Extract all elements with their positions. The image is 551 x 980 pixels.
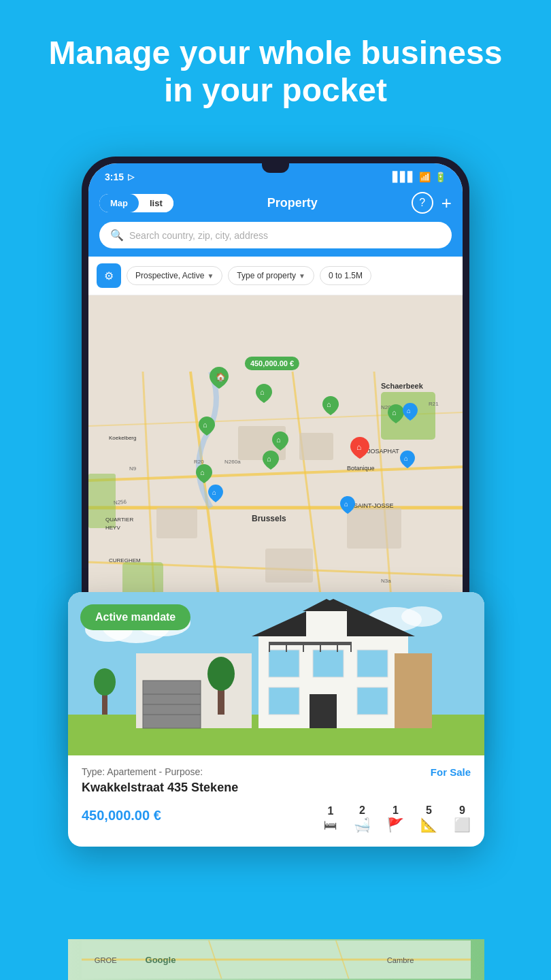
map-marker-4[interactable]: ⌂ (388, 404, 404, 426)
status-right: ▋▋▋ 📶 🔋 (393, 172, 446, 182)
price-filter-pill[interactable]: 0 to 1.5M (320, 266, 371, 285)
status-time: 3:15 (105, 172, 124, 182)
spec-flag: 1 🚩 (387, 804, 404, 833)
property-top-row: Type: Apartement - Purpose: For Sale (82, 766, 471, 778)
svg-point-80 (94, 668, 116, 696)
property-price: 450,000.00 € (82, 808, 161, 823)
search-icon: 🔍 (110, 229, 124, 242)
rooms-count: 9 (459, 804, 465, 817)
svg-rect-87 (337, 642, 338, 652)
hero-title: Manage your whole business in your pocke… (0, 0, 551, 129)
map-marker-7[interactable]: ⌂ (263, 451, 279, 472)
svg-text:⌂: ⌂ (407, 407, 411, 414)
spec-rooms: 9 ⬜ (454, 804, 471, 833)
map-marker-8[interactable]: ⌂ (196, 464, 212, 486)
add-property-button[interactable]: + (441, 193, 452, 214)
svg-rect-67 (357, 650, 388, 677)
svg-rect-11 (122, 562, 163, 596)
price-bubble: 450,000.00 € (245, 357, 299, 370)
map-marker-blue-2[interactable]: ⌂ (400, 451, 415, 471)
map-marker-blue-1[interactable]: ⌂ (403, 403, 418, 423)
svg-text:GROE: GROE (95, 956, 117, 964)
svg-text:⌂: ⌂ (267, 455, 271, 463)
filter-icon: ⚙ (104, 270, 114, 282)
location-icon: ▷ (128, 172, 134, 182)
svg-rect-15 (156, 508, 197, 538)
svg-text:⌂: ⌂ (404, 455, 408, 462)
svg-rect-69 (357, 687, 388, 715)
svg-text:SAINT-JOSSE: SAINT-JOSSE (354, 502, 394, 509)
search-placeholder: Search country, zip, city, address (129, 230, 268, 241)
map-marker-2[interactable]: ⌂ (256, 384, 272, 406)
property-type: Type: Apartement - Purpose: (82, 766, 203, 777)
beds-count: 1 (328, 805, 334, 817)
property-specs: 1 🛏 2 🛁 1 🚩 5 📐 9 ⬜ (324, 804, 471, 833)
svg-rect-65 (269, 650, 299, 677)
map-marker-red[interactable]: ⌂ (350, 437, 369, 461)
spec-baths: 2 🛁 (354, 804, 371, 833)
map-marker-1[interactable]: 🏠 (210, 367, 229, 391)
svg-text:N260a: N260a (224, 459, 241, 465)
svg-text:N9: N9 (129, 466, 137, 472)
property-address: Kwakkelstraat 435 Stekene (82, 781, 471, 795)
size-count: 5 (426, 804, 432, 817)
map-marker-blue-3[interactable]: ⌂ (208, 485, 223, 505)
map-list-toggle[interactable]: Map list (99, 194, 173, 212)
svg-rect-85 (303, 642, 304, 652)
svg-text:⌂: ⌂ (212, 489, 216, 496)
svg-text:Cambre: Cambre (387, 956, 414, 964)
svg-text:HEYV: HEYV (105, 525, 120, 531)
svg-text:⌂: ⌂ (276, 436, 281, 444)
phone-notch (262, 163, 289, 173)
property-image: Active mandate (68, 592, 484, 755)
wifi-icon: 📶 (419, 172, 431, 182)
svg-text:⌂: ⌂ (344, 500, 348, 508)
svg-text:Google: Google (145, 955, 176, 965)
svg-text:⌂: ⌂ (356, 442, 361, 452)
svg-text:⌂: ⌂ (200, 468, 205, 476)
svg-text:N3a: N3a (381, 578, 391, 584)
svg-text:Botanique: Botanique (347, 465, 375, 472)
svg-text:Brussels: Brussels (252, 514, 286, 523)
svg-rect-63 (306, 609, 347, 640)
type-filter-pill[interactable]: Type of property ▼ (228, 266, 314, 285)
help-button[interactable]: ? (412, 192, 433, 214)
filter-bar: ⚙ Prospective, Active ▼ Type of property… (88, 257, 463, 295)
svg-rect-71 (395, 653, 432, 728)
flag-count: 1 (393, 804, 399, 817)
map-marker-3[interactable]: ⌂ (322, 396, 339, 418)
outer-property-card: Active mandate Type: Apartement - Purpos… (68, 592, 484, 847)
for-sale-label: For Sale (431, 766, 471, 778)
svg-text:⌂: ⌂ (203, 421, 207, 429)
status-filter-label: Prospective, Active (135, 271, 204, 280)
svg-text:⌂: ⌂ (327, 400, 331, 408)
flag-icon: 🚩 (387, 817, 404, 833)
list-toggle-button[interactable]: list (139, 194, 173, 212)
active-mandate-badge: Active mandate (80, 604, 190, 630)
svg-point-59 (401, 606, 442, 627)
svg-rect-86 (320, 642, 321, 652)
svg-rect-16 (347, 508, 401, 549)
baths-count: 2 (359, 804, 365, 817)
svg-text:R21: R21 (429, 401, 439, 407)
svg-text:CUREGHEM: CUREGHEM (109, 557, 141, 564)
svg-text:🏠: 🏠 (216, 372, 226, 382)
type-filter-label: Type of property (237, 271, 296, 280)
map-marker-5[interactable]: ⌂ (199, 416, 215, 438)
bottom-map-strip: GROE Google Cambre (68, 939, 484, 980)
rooms-icon: ⬜ (454, 817, 471, 833)
battery-icon: 🔋 (435, 172, 446, 182)
svg-point-78 (207, 657, 235, 691)
bed-icon: 🛏 (324, 817, 337, 833)
status-filter-pill[interactable]: Prospective, Active ▼ (127, 266, 222, 285)
svg-rect-83 (350, 642, 352, 652)
price-filter-label: 0 to 1.5M (329, 271, 363, 280)
svg-rect-14 (299, 433, 333, 460)
filter-icon-button[interactable]: ⚙ (97, 263, 121, 288)
search-field[interactable]: 🔍 Search country, zip, city, address (99, 222, 452, 248)
chevron-down-icon: ▼ (207, 272, 214, 280)
signal-icon: ▋▋▋ (393, 172, 415, 182)
svg-text:N256: N256 (114, 499, 127, 506)
map-marker-blue-4[interactable]: ⌂ (340, 496, 355, 517)
map-toggle-button[interactable]: Map (99, 194, 139, 212)
